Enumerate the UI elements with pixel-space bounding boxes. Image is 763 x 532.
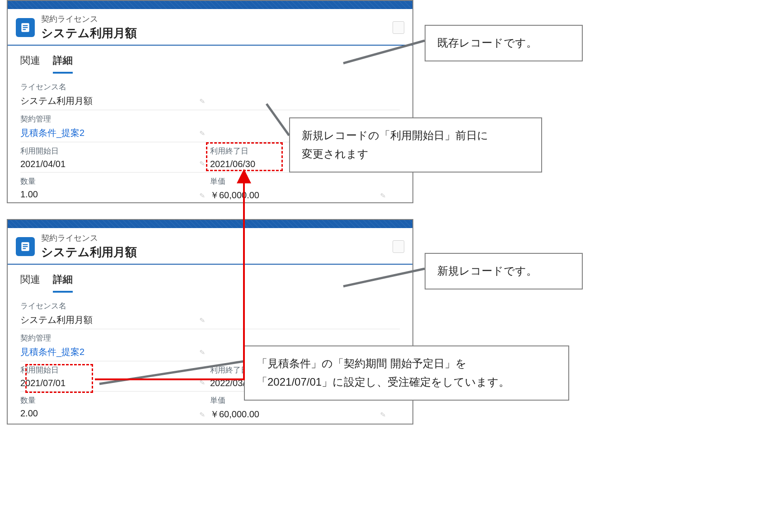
value-license-name: システム利用月額 [20, 314, 210, 326]
svg-rect-5 [23, 244, 28, 245]
label-contract: 契約管理 [20, 114, 210, 124]
edit-pencil-icon[interactable]: ✎ [199, 159, 206, 168]
value-license-name: システム利用月額 [20, 95, 210, 107]
window-titlebar [8, 220, 412, 228]
value-quantity: 2.00 [20, 408, 210, 419]
field-license-name: ライセンス名 システム利用月額 ✎ [20, 301, 210, 326]
edit-pencil-icon[interactable]: ✎ [199, 129, 206, 137]
svg-rect-1 [23, 25, 28, 26]
field-contract: 契約管理 見積条件_提案2 ✎ [20, 333, 210, 358]
record-title: システム利用月額 [41, 25, 137, 41]
field-start-date: 利用開始日 2021/04/01 ✎ [20, 146, 210, 169]
svg-rect-7 [23, 248, 26, 249]
callout-end-date-change: 新規レコードの「利用開始日」前日に変更されます [289, 117, 542, 173]
highlight-start-date-new [25, 364, 93, 393]
svg-rect-3 [23, 29, 26, 30]
header-action-stub[interactable] [393, 21, 404, 34]
value-unit-price: ￥60,000.00 [210, 408, 391, 420]
label-license-name: ライセンス名 [20, 82, 210, 92]
panel-existing-record: 契約ライセンス システム利用月額 関連 詳細 ライセンス名 システム利用月額 ✎… [7, 0, 413, 203]
edit-pencil-icon[interactable]: ✎ [199, 410, 206, 419]
tab-detail[interactable]: 詳細 [53, 273, 73, 293]
record-header: 契約ライセンス システム利用月額 [8, 9, 412, 46]
entity-label: 契約ライセンス [41, 233, 137, 243]
header-action-stub[interactable] [393, 240, 404, 253]
field-quantity: 数量 1.00 ✎ [20, 176, 210, 201]
window-titlebar [8, 1, 412, 9]
entity-label: 契約ライセンス [41, 14, 137, 24]
record-header: 契約ライセンス システム利用月額 [8, 228, 412, 265]
value-contract[interactable]: 見積条件_提案2 [20, 127, 210, 139]
field-contract: 契約管理 見積条件_提案2 ✎ [20, 114, 210, 139]
edit-pencil-icon[interactable]: ✎ [380, 410, 387, 419]
value-start-date: 2021/04/01 [20, 159, 210, 169]
edit-pencil-icon[interactable]: ✎ [199, 348, 206, 356]
highlight-end-date-existing [206, 142, 283, 171]
label-unit-price: 単価 [210, 176, 391, 187]
edit-pencil-icon[interactable]: ✎ [199, 378, 206, 387]
label-start-date: 利用開始日 [20, 146, 210, 156]
entity-icon [16, 237, 35, 256]
edit-pencil-icon[interactable]: ✎ [199, 97, 206, 105]
edit-pencil-icon[interactable]: ✎ [199, 316, 206, 324]
tab-related[interactable]: 関連 [20, 54, 40, 74]
document-icon [19, 241, 31, 252]
record-title: システム利用月額 [41, 244, 137, 260]
field-license-name: ライセンス名 システム利用月額 ✎ [20, 82, 210, 107]
label-quantity: 数量 [20, 395, 210, 406]
tab-related[interactable]: 関連 [20, 273, 40, 293]
edit-pencil-icon[interactable]: ✎ [199, 191, 206, 200]
tab-detail[interactable]: 詳細 [53, 54, 73, 74]
entity-icon [16, 18, 35, 37]
detail-tabs: 関連 詳細 [8, 265, 412, 293]
value-contract[interactable]: 見積条件_提案2 [20, 346, 210, 358]
detail-tabs: 関連 詳細 [8, 46, 412, 74]
value-unit-price: ￥60,000.00 [210, 189, 391, 201]
svg-rect-2 [23, 27, 28, 28]
field-unit-price: 単価 ￥60,000.00 ✎ [210, 176, 391, 201]
field-quantity: 数量 2.00 ✎ [20, 395, 210, 420]
edit-pencil-icon[interactable]: ✎ [380, 191, 387, 200]
svg-rect-6 [23, 246, 28, 247]
callout-existing-record: 既存レコードです。 [425, 25, 583, 61]
value-quantity: 1.00 [20, 189, 210, 200]
document-icon [19, 22, 31, 33]
label-contract: 契約管理 [20, 333, 210, 343]
canvas: 契約ライセンス システム利用月額 関連 詳細 ライセンス名 システム利用月額 ✎… [0, 0, 763, 532]
label-quantity: 数量 [20, 176, 210, 187]
label-license-name: ライセンス名 [20, 301, 210, 311]
callout-new-record: 新規レコードです。 [425, 253, 583, 289]
callout-estimate-condition: 「見積条件」の「契約期間 開始予定日」を「2021/07/01」に設定し、受注確… [244, 345, 569, 401]
